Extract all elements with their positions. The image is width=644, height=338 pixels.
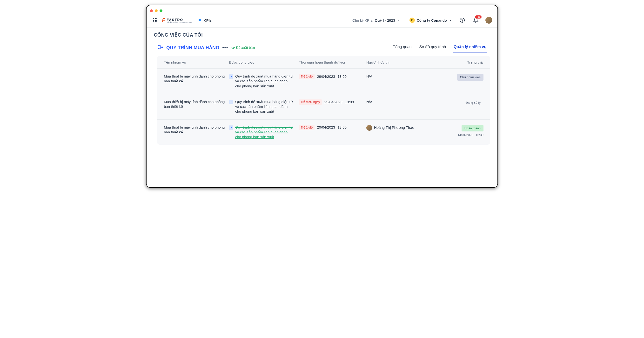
cycle-label: Chu kỳ KPIs: — [352, 18, 373, 22]
table-row[interactable]: Mua thiết bị máy tính dành cho phòng ban… — [157, 94, 490, 120]
step-text: Quy trình đề xuất mua hàng điện tử và cá… — [235, 125, 294, 140]
tabs: Tổng quanSơ đồ quy trìnhQuản lý nhiệm vụ — [392, 43, 487, 52]
svg-rect-12 — [158, 48, 159, 49]
due-date: 29/04/2023 — [317, 74, 335, 79]
logo-mark-icon: F — [162, 17, 165, 23]
step-icon — [229, 74, 233, 79]
svg-point-10 — [462, 21, 462, 21]
tab-0[interactable]: Tổng quan — [392, 43, 412, 52]
kpi-cycle-selector[interactable]: Chu kỳ KPIs: Quý I - 2023 — [352, 18, 400, 22]
executor-name: N/A — [366, 99, 372, 104]
executor-avatar — [366, 125, 372, 131]
process-more-button[interactable]: ••• — [222, 45, 228, 50]
svg-rect-13 — [161, 46, 163, 47]
company-name: Công ty Conando — [417, 18, 447, 22]
task-name: Mua thiết bị máy tính dành cho phòng ban… — [164, 125, 229, 135]
task-table: Tên nhiệm vụ Bước công việc Thời gian ho… — [157, 56, 490, 145]
svg-rect-8 — [156, 21, 158, 22]
company-avatar: C — [410, 17, 415, 23]
task-executor: N/A — [366, 99, 429, 104]
executor-name: N/A — [366, 74, 372, 79]
task-status: Đang xử lý — [429, 99, 484, 106]
svg-rect-6 — [153, 21, 154, 22]
workflow-icon — [157, 44, 164, 51]
status-badge: Hoàn thành — [462, 125, 484, 132]
chevron-down-icon — [396, 18, 400, 22]
svg-rect-0 — [153, 18, 154, 19]
col-time: Thời gian hoàn thành dự kiến — [299, 60, 366, 64]
task-step: Quy trình đề xuất mua hàng điện tử và cá… — [229, 99, 299, 114]
status-badge: Chờ nhận việc — [457, 74, 484, 81]
status-badge: Đang xử lý — [463, 99, 484, 106]
step-text: Quy trình đề xuất mua hàng điện tử và cá… — [235, 99, 294, 114]
main-content: CÔNG VIỆC CỦA TÔI QUY TRÌNH MUA HÀNG •••… — [146, 28, 498, 187]
svg-rect-1 — [155, 18, 156, 19]
close-window-button[interactable] — [150, 9, 153, 12]
col-status: Trạng thái — [429, 60, 484, 64]
minimize-window-button[interactable] — [155, 9, 158, 12]
task-name: Mua thiết bị máy tính dành cho phòng ban… — [164, 74, 229, 84]
task-name: Mua thiết bị máy tính dành cho phòng ban… — [164, 99, 229, 109]
late-badge: Trễ 2 giờ — [299, 125, 314, 130]
task-step: Quy trình đề xuất mua hàng điện tử và cá… — [229, 125, 299, 140]
due-time: 13:00 — [345, 100, 354, 105]
svg-rect-11 — [158, 45, 159, 46]
brand-name: FASTDO — [166, 18, 183, 22]
step-icon — [229, 100, 233, 104]
user-avatar[interactable] — [486, 17, 492, 24]
late-badge: Trễ 9999 ngày — [299, 99, 322, 105]
svg-rect-4 — [155, 20, 156, 21]
svg-marker-16 — [231, 127, 232, 128]
apps-grid-icon[interactable] — [152, 17, 158, 24]
top-nav: F FASTDO Nền tảng quản trị công việc cho… — [146, 14, 498, 28]
late-badge: Trễ 2 giờ — [299, 74, 314, 79]
company-selector[interactable]: C Công ty Conando — [410, 17, 452, 23]
svg-marker-14 — [231, 76, 232, 77]
paper-plane-icon — [198, 18, 202, 23]
svg-rect-7 — [155, 21, 156, 22]
tab-2[interactable]: Quản lý nhiệm vụ — [453, 43, 487, 52]
table-row[interactable]: Mua thiết bị máy tính dành cho phòng ban… — [157, 120, 490, 145]
notifications-button[interactable]: +10 — [472, 17, 479, 24]
task-executor: N/A — [366, 74, 429, 79]
table-row[interactable]: Mua thiết bị máy tính dành cho phòng ban… — [157, 69, 490, 94]
due-time: 13:00 — [338, 74, 346, 79]
brand-logo[interactable]: F FASTDO Nền tảng quản trị công việc cho… — [162, 17, 192, 23]
task-time: Trễ 9999 ngày29/04/202313:00 — [299, 99, 366, 105]
due-time: 13:00 — [338, 125, 346, 130]
task-step: Quy trình đề xuất mua hàng điện tử và cá… — [229, 74, 299, 89]
step-text: Quy trình đề xuất mua hàng điện tử và cá… — [235, 74, 294, 89]
maximize-window-button[interactable] — [160, 9, 162, 12]
process-header: QUY TRÌNH MUA HÀNG ••• Đã xuất bản Tổng … — [148, 41, 496, 52]
due-date: 29/04/2023 — [324, 100, 342, 105]
svg-rect-2 — [156, 18, 158, 19]
chevron-down-icon — [449, 18, 452, 22]
task-executor: Hoàng Thị Phương Thảo — [366, 125, 429, 131]
svg-marker-15 — [231, 101, 232, 103]
col-name: Tên nhiệm vụ — [164, 60, 229, 64]
publish-label: Đã xuất bản — [236, 46, 255, 50]
executor-name: Hoàng Thị Phương Thảo — [374, 125, 414, 130]
table-header: Tên nhiệm vụ Bước công việc Thời gian ho… — [157, 56, 490, 69]
completed-timestamp: 14/01/202315:30 — [458, 133, 484, 137]
svg-rect-5 — [156, 20, 158, 21]
publish-status: Đã xuất bản — [231, 46, 255, 50]
step-icon — [229, 125, 233, 130]
notification-badge: +10 — [475, 15, 482, 18]
tab-1[interactable]: Sơ đồ quy trình — [419, 43, 446, 52]
process-title: QUY TRÌNH MUA HÀNG — [166, 45, 219, 50]
col-executor: Người thực thi — [366, 60, 429, 64]
double-check-icon — [231, 46, 235, 50]
page-title: CÔNG VIỆC CỦA TÔI — [148, 32, 496, 41]
brand-tagline: Nền tảng quản trị công việc cho SMEs — [166, 21, 192, 23]
window-title-bar — [146, 5, 498, 14]
cycle-value: Quý I - 2023 — [375, 18, 395, 22]
col-step: Bước công việc — [229, 60, 299, 64]
due-date: 29/04/2023 — [317, 125, 335, 130]
task-status: Hoàn thành14/01/202315:30 — [429, 125, 484, 137]
svg-rect-3 — [153, 20, 154, 21]
help-button[interactable] — [459, 17, 466, 24]
app-window: F FASTDO Nền tảng quản trị công việc cho… — [146, 5, 498, 188]
kpi-module-link[interactable]: KPIs — [198, 18, 212, 23]
kpi-label: KPIs — [204, 18, 212, 22]
